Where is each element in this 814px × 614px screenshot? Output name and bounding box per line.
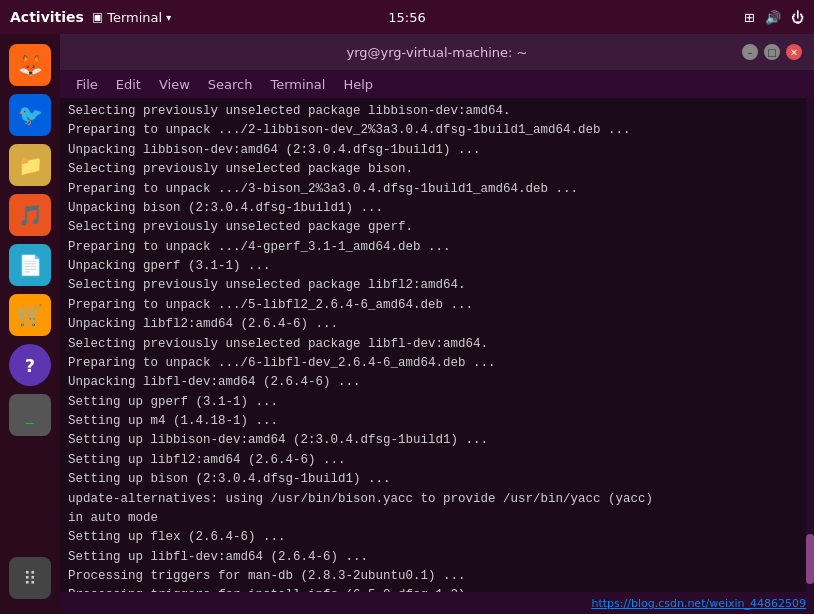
sidebar-item-rhythmbox[interactable]: 🎵 (9, 194, 51, 236)
top-bar: Activities ▣ Terminal ▾ 15:56 ⊞ 🔊 ⏻ (0, 0, 814, 34)
sidebar-item-files[interactable]: 📁 (9, 144, 51, 186)
menu-help[interactable]: Help (335, 75, 381, 94)
apps-grid-icon: ⠿ (23, 568, 36, 589)
sidebar-apps-button[interactable]: ⠿ (9, 557, 51, 599)
maximize-button[interactable]: □ (764, 44, 780, 60)
terminal-window-title: yrg@yrg-virtual-machine: ~ (347, 45, 528, 60)
firefox-icon: 🦊 (18, 53, 43, 77)
terminal-scrollbar[interactable] (806, 98, 814, 614)
terminal-window: yrg@yrg-virtual-machine: ~ – □ ✕ File Ed… (60, 34, 814, 614)
terminal-dropdown-icon[interactable]: ▾ (166, 12, 171, 23)
terminal-output: Selecting previously unselected package … (68, 102, 806, 614)
sidebar-item-thunderbird[interactable]: 🐦 (9, 94, 51, 136)
amazon-icon: 🛒 (18, 303, 43, 327)
activities-button[interactable]: Activities (10, 9, 84, 25)
thunderbird-icon: 🐦 (18, 103, 43, 127)
sidebar-item-terminal[interactable]: _ (9, 394, 51, 436)
status-url[interactable]: https://blog.csdn.net/weixin_44862509 (591, 597, 806, 610)
minimize-button[interactable]: – (742, 44, 758, 60)
terminal-app-group: ▣ Terminal ▾ (92, 10, 171, 25)
sidebar: 🦊 🐦 📁 🎵 📄 🛒 ? _ ⠿ (0, 34, 60, 614)
sidebar-item-help[interactable]: ? (9, 344, 51, 386)
menu-bar: File Edit View Search Terminal Help (60, 70, 814, 98)
sidebar-item-amazon[interactable]: 🛒 (9, 294, 51, 336)
sidebar-item-firefox[interactable]: 🦊 (9, 44, 51, 86)
menu-edit[interactable]: Edit (108, 75, 149, 94)
rhythmbox-icon: 🎵 (18, 203, 43, 227)
window-controls: – □ ✕ (742, 44, 802, 60)
system-time: 15:56 (388, 10, 425, 25)
files-icon: 📁 (18, 153, 43, 177)
menu-view[interactable]: View (151, 75, 198, 94)
menu-file[interactable]: File (68, 75, 106, 94)
network-icon[interactable]: ⊞ (744, 10, 755, 25)
menu-terminal[interactable]: Terminal (262, 75, 333, 94)
top-bar-right: ⊞ 🔊 ⏻ (744, 10, 804, 25)
menu-search[interactable]: Search (200, 75, 261, 94)
sidebar-item-libreoffice[interactable]: 📄 (9, 244, 51, 286)
terminal-content: Selecting previously unselected package … (60, 98, 814, 614)
libreoffice-icon: 📄 (18, 253, 43, 277)
terminal-icon: _ (26, 407, 34, 423)
top-bar-left: Activities ▣ Terminal ▾ (10, 9, 171, 25)
status-bar: https://blog.csdn.net/weixin_44862509 (60, 592, 814, 614)
scrollbar-thumb[interactable] (806, 534, 814, 584)
help-icon: ? (25, 355, 35, 376)
close-button[interactable]: ✕ (786, 44, 802, 60)
volume-icon[interactable]: 🔊 (765, 10, 781, 25)
terminal-titlebar: yrg@yrg-virtual-machine: ~ – □ ✕ (60, 34, 814, 70)
terminal-app-label[interactable]: Terminal (107, 10, 162, 25)
power-icon[interactable]: ⏻ (791, 10, 804, 25)
